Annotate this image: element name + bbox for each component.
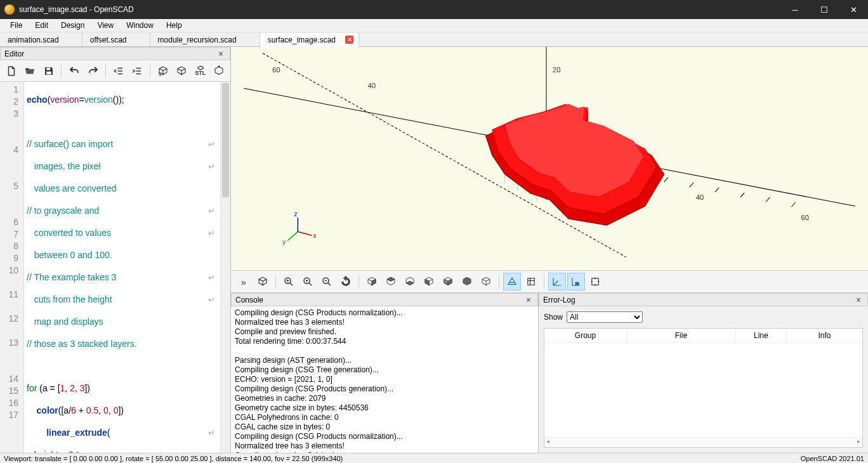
export-stl-icon[interactable]: STL: [192, 62, 209, 80]
maximize-button[interactable]: ☐: [810, 0, 839, 19]
show-axes-icon[interactable]: [548, 273, 566, 290]
svg-rect-38: [592, 278, 599, 285]
save-file-icon[interactable]: [40, 62, 57, 80]
3d-scene: 20 20 40 60 40 60 z: [231, 47, 868, 263]
errorlog-pane: Error-Log × Show All Group File: [539, 293, 868, 453]
svg-line-15: [715, 188, 719, 192]
reset-view-icon[interactable]: [337, 273, 355, 290]
preview-icon[interactable]: »: [154, 62, 171, 80]
editor-header: Editor ×: [0, 47, 230, 60]
titlebar: surface_image.scad - OpenSCAD ─ ☐ ✕: [0, 0, 868, 19]
send-icon[interactable]: [210, 62, 227, 80]
svg-rect-1: [46, 71, 51, 74]
console-title: Console: [235, 296, 263, 304]
view-right-icon[interactable]: [363, 273, 381, 290]
editor-pane: Editor × » STL 1234567891011121314151617…: [0, 47, 231, 453]
zoom-in-icon[interactable]: [299, 273, 317, 290]
svg-text:x: x: [313, 232, 317, 239]
svg-text:60: 60: [272, 66, 280, 74]
undo-icon[interactable]: [65, 62, 82, 80]
code-editor[interactable]: 1234567891011121314151617 echo(version=v…: [0, 82, 230, 453]
errorlog-header: Error-Log ×: [539, 293, 868, 306]
view-left-icon[interactable]: [420, 273, 438, 290]
svg-rect-0: [46, 67, 50, 70]
menubar: File Edit Design View Window Help: [0, 19, 868, 32]
open-file-icon[interactable]: [21, 62, 38, 80]
statusbar: Viewport: translate = [ 0.00 0.00 0.00 ]…: [0, 453, 868, 463]
menu-help[interactable]: Help: [160, 20, 188, 31]
view-render-icon[interactable]: [254, 273, 272, 290]
svg-line-17: [766, 197, 770, 202]
zoom-fit-icon[interactable]: [280, 273, 298, 290]
svg-text:40: 40: [696, 193, 704, 201]
svg-rect-36: [528, 278, 535, 285]
errorlog-hscroll[interactable]: [544, 437, 862, 447]
window-title: surface_image.scad - OpenSCAD: [19, 5, 780, 14]
statusbar-version: OpenSCAD 2021.01: [801, 455, 864, 462]
editor-close-icon[interactable]: ×: [216, 49, 226, 58]
errorlog-filter-select[interactable]: All: [567, 311, 643, 323]
svg-text:40: 40: [368, 82, 376, 89]
redo-icon[interactable]: [84, 62, 102, 80]
errorlog-title: Error-Log: [543, 296, 575, 304]
console-close-icon[interactable]: ×: [523, 296, 534, 304]
close-tab-icon[interactable]: ✕: [345, 36, 353, 44]
tab-module-recursion[interactable]: module_recursion.scad: [150, 32, 260, 46]
tab-offset[interactable]: offset.scad: [82, 32, 150, 46]
app-icon: [4, 4, 15, 15]
show-crosshair-icon[interactable]: [586, 273, 604, 290]
console-output[interactable]: Compiling design (CSG Products normaliza…: [231, 306, 538, 453]
line-gutter: 1234567891011121314151617: [0, 82, 24, 453]
render-icon[interactable]: [173, 62, 190, 80]
show-scale-icon[interactable]: 10: [567, 273, 585, 290]
console-header: Console ×: [231, 293, 538, 306]
new-file-icon[interactable]: [3, 62, 20, 80]
view-bottom-icon[interactable]: [401, 273, 419, 290]
menu-file[interactable]: File: [4, 20, 29, 31]
svg-line-20: [298, 232, 312, 235]
svg-text:20: 20: [553, 66, 560, 74]
view-diag-icon[interactable]: [477, 273, 495, 290]
indent-icon[interactable]: [129, 62, 146, 80]
errorlog-col-info[interactable]: Info: [787, 329, 862, 342]
menu-window[interactable]: Window: [120, 20, 160, 31]
file-tabs: animation.scad offset.scad module_recurs…: [0, 32, 868, 47]
svg-text:y: y: [282, 238, 286, 245]
svg-line-18: [792, 202, 796, 207]
errorlog-table[interactable]: Group File Line Info: [544, 328, 863, 448]
view-front-icon[interactable]: [439, 273, 457, 290]
perspective-toggle-icon[interactable]: [503, 273, 521, 290]
console-pane: Console × Compiling design (CSG Products…: [231, 293, 539, 453]
editor-toolbar: » STL: [0, 60, 230, 82]
svg-line-21: [287, 232, 298, 240]
svg-line-13: [664, 178, 668, 182]
statusbar-viewport-info: Viewport: translate = [ 0.00 0.00 0.00 ]…: [4, 455, 343, 462]
menu-edit[interactable]: Edit: [29, 20, 55, 31]
errorlog-col-file[interactable]: File: [627, 329, 736, 342]
errorlog-show-label: Show: [544, 313, 563, 322]
zoom-out-icon[interactable]: [318, 273, 336, 290]
errorlog-col-group[interactable]: Group: [544, 329, 627, 342]
svg-text:z: z: [294, 211, 297, 218]
close-button[interactable]: ✕: [839, 0, 868, 19]
errorlog-col-line[interactable]: Line: [736, 329, 787, 342]
svg-text:60: 60: [801, 214, 809, 221]
code-content[interactable]: echo(version=version()); // surface() ca…: [24, 82, 220, 453]
menu-design[interactable]: Design: [55, 20, 91, 31]
errorlog-close-icon[interactable]: ×: [853, 296, 864, 304]
unindent-icon[interactable]: [110, 62, 127, 80]
tab-surface-image[interactable]: surface_image.scad ✕: [260, 32, 359, 47]
svg-line-16: [740, 193, 744, 197]
svg-line-14: [690, 183, 694, 187]
tab-animation[interactable]: animation.scad: [0, 32, 82, 46]
3d-viewport[interactable]: 20 20 40 60 40 60 z: [231, 47, 868, 270]
view-back-icon[interactable]: [458, 273, 476, 290]
minimize-button[interactable]: ─: [780, 0, 810, 19]
view-top-icon[interactable]: [382, 273, 400, 290]
viewport-toolbar: » 10: [231, 270, 868, 293]
view-preview-icon[interactable]: »: [235, 273, 253, 290]
menu-view[interactable]: View: [91, 20, 120, 31]
svg-text:10: 10: [575, 282, 579, 285]
editor-scrollbar[interactable]: [220, 82, 230, 453]
orthographic-toggle-icon[interactable]: [522, 273, 540, 290]
